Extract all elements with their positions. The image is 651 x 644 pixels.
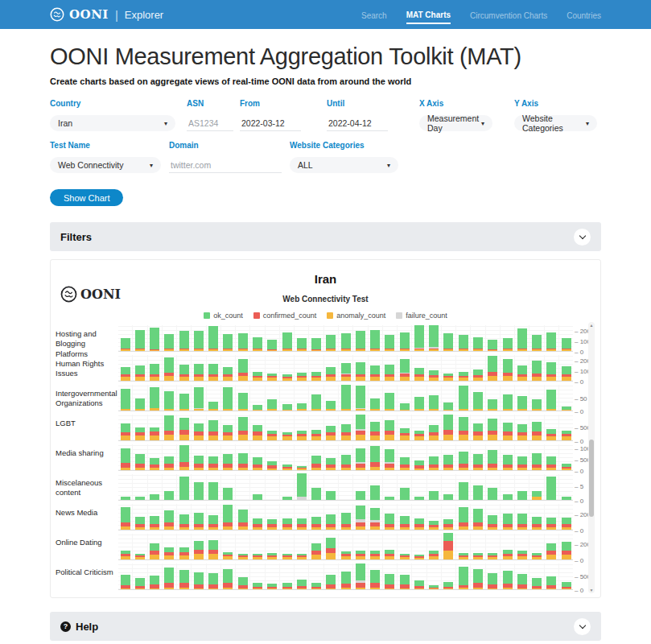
stacked-bar[interactable] [368,355,382,381]
stacked-bar[interactable] [294,325,308,351]
stacked-bar[interactable] [368,504,382,530]
stacked-bar[interactable] [529,385,543,411]
stacked-bar[interactable] [176,325,191,351]
stacked-bar[interactable] [132,534,146,559]
stacked-bar[interactable] [176,355,191,381]
stacked-bar[interactable] [294,564,308,589]
stacked-bar[interactable] [176,474,191,500]
stacked-bar[interactable] [206,355,220,381]
stacked-bar[interactable] [162,325,176,351]
stacked-bar[interactable] [455,355,470,381]
stacked-bar[interactable] [279,504,294,530]
stacked-bar[interactable] [514,415,529,440]
stacked-bar[interactable] [529,444,543,470]
stacked-bar[interactable] [411,534,426,559]
stacked-bar[interactable] [514,534,529,559]
stacked-bar[interactable] [558,355,573,381]
stacked-bar[interactable] [308,325,323,351]
stacked-bar[interactable] [308,504,323,530]
stacked-bar[interactable] [294,444,308,470]
stacked-bar[interactable] [470,415,484,440]
stacked-bar[interactable] [191,534,205,559]
stacked-bar[interactable] [558,474,573,500]
stacked-bar[interactable] [382,564,397,589]
stacked-bar[interactable] [558,415,573,440]
stacked-bar[interactable] [235,564,249,589]
stacked-bar[interactable] [426,415,441,440]
stacked-bar[interactable] [220,415,235,440]
stacked-bar[interactable] [235,355,249,381]
filters-collapsible[interactable]: Filters [50,222,601,251]
stacked-bar[interactable] [265,415,279,440]
stacked-bar[interactable] [411,474,426,500]
help-collapse-button[interactable] [574,618,591,635]
stacked-bar[interactable] [308,474,323,500]
stacked-bar[interactable] [220,534,235,559]
stacked-bar[interactable] [500,355,514,381]
stacked-bar[interactable] [558,534,573,559]
scrollbar-thumb[interactable] [589,440,594,517]
stacked-bar[interactable] [249,325,264,351]
stacked-bar[interactable] [441,564,455,589]
stacked-bar[interactable] [323,325,338,351]
nav-link-mat-charts[interactable]: MAT Charts [406,6,451,24]
stacked-bar[interactable] [514,474,529,500]
nav-link-circumvention-charts[interactable]: Circumvention Charts [470,6,547,23]
stacked-bar[interactable] [338,355,352,381]
stacked-bar[interactable] [249,355,264,381]
stacked-bar[interactable] [249,474,264,500]
stacked-bar[interactable] [191,385,205,411]
stacked-bar[interactable] [118,474,132,500]
stacked-bar[interactable] [470,564,484,589]
stacked-bar[interactable] [470,534,484,559]
stacked-bar[interactable] [544,564,558,589]
stacked-bar[interactable] [162,415,176,440]
stacked-bar[interactable] [470,385,484,411]
stacked-bar[interactable] [235,504,249,530]
stacked-bar[interactable] [118,504,132,530]
stacked-bar[interactable] [294,504,308,530]
stacked-bar[interactable] [235,325,249,351]
stacked-bar[interactable] [147,504,162,530]
stacked-bar[interactable] [249,564,264,589]
stacked-bar[interactable] [455,444,470,470]
stacked-bar[interactable] [118,564,132,589]
stacked-bar[interactable] [191,355,205,381]
stacked-bar[interactable] [426,355,441,381]
stacked-bar[interactable] [323,385,338,411]
stacked-bar[interactable] [426,325,441,351]
stacked-bar[interactable] [382,355,397,381]
stacked-bar[interactable] [397,564,411,589]
stacked-bar[interactable] [352,504,367,530]
stacked-bar[interactable] [132,564,146,589]
x-axis-select[interactable]: Measurement Day ▾ [419,115,492,131]
stacked-bar[interactable] [558,564,573,589]
stacked-bar[interactable] [368,564,382,589]
stacked-bar[interactable] [294,385,308,411]
stacked-bar[interactable] [220,504,235,530]
stacked-bar[interactable] [279,564,294,589]
stacked-bar[interactable] [132,444,146,470]
stacked-bar[interactable] [485,355,500,381]
stacked-bar[interactable] [249,504,264,530]
stacked-bar[interactable] [279,444,294,470]
stacked-bar[interactable] [441,385,455,411]
stacked-bar[interactable] [279,355,294,381]
stacked-bar[interactable] [352,415,367,440]
stacked-bar[interactable] [411,355,426,381]
stacked-bar[interactable] [368,534,382,559]
stacked-bar[interactable] [132,415,146,440]
stacked-bar[interactable] [397,474,411,500]
stacked-bar[interactable] [294,355,308,381]
stacked-bar[interactable] [206,534,220,559]
stacked-bar[interactable] [352,355,367,381]
stacked-bar[interactable] [118,325,132,351]
stacked-bar[interactable] [279,325,294,351]
stacked-bar[interactable] [132,474,146,500]
stacked-bar[interactable] [455,534,470,559]
stacked-bar[interactable] [265,325,279,351]
stacked-bar[interactable] [338,444,352,470]
stacked-bar[interactable] [147,415,162,440]
stacked-bar[interactable] [191,444,205,470]
stacked-bar[interactable] [323,355,338,381]
